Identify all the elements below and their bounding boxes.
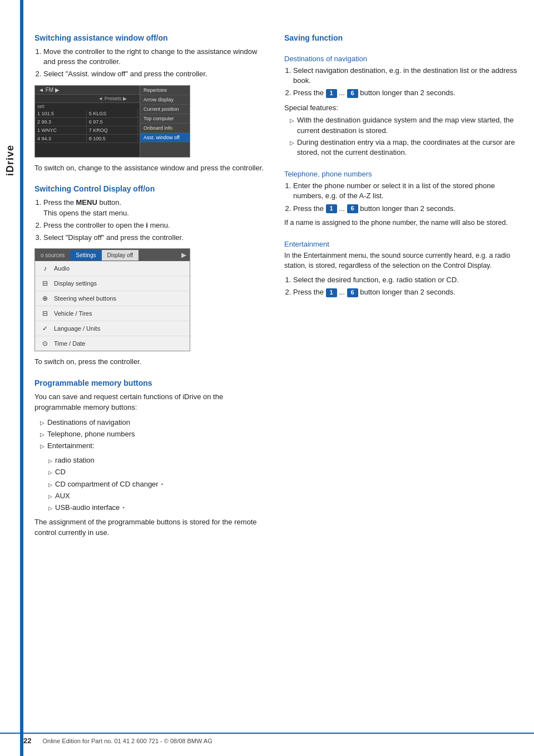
section-gap <box>34 372 268 379</box>
bullet-item: Telephone, phone numbers <box>40 429 268 439</box>
destinations-special-bullets: With the destination guidance system and… <box>284 115 517 158</box>
menu-row-language: ✓ Language / Units <box>35 321 190 336</box>
step-item: Press the 1 ... 6 button longer than 2 s… <box>293 204 517 214</box>
section-entertainment: Entertainment In the Entertainment menu,… <box>284 240 517 297</box>
left-column: Switching assistance window off/on Move … <box>34 33 268 734</box>
special-features-label: Special features: <box>284 103 517 114</box>
programmable-bullets-main: Destinations of navigation Telephone, ph… <box>34 418 268 451</box>
button-1-ent: 1 <box>326 288 337 297</box>
heading-switching-display: Switching Control Display off/on <box>34 184 268 193</box>
bullet-item: AUX <box>48 491 268 501</box>
sub-gap <box>284 162 517 165</box>
menu-row-audio: ♪ Audio <box>35 261 190 276</box>
programmable-note: The assignment of the programmable butto… <box>34 517 268 538</box>
button-6-tel: 6 <box>347 204 358 213</box>
display-icon: ⊟ <box>41 279 50 288</box>
step-item: Press the controller to open the i menu. <box>43 220 268 230</box>
bullet-item: CD <box>48 467 268 477</box>
menu-label-time: Time / Date <box>54 340 85 347</box>
radio-context-menu: Repertoire Arrow display Current positio… <box>140 86 190 157</box>
steps-switching-display: Press the MENU button.This opens the sta… <box>34 198 268 243</box>
audio-icon: ♪ <box>41 264 50 273</box>
step-item: Select "Display off" and press the contr… <box>43 233 268 243</box>
menu-label-vehicle: Vehicle / Tires <box>54 310 92 317</box>
page-number: 22 <box>23 737 31 745</box>
menu-item: Arrow display <box>140 95 190 105</box>
button-6-ent: 6 <box>347 288 358 297</box>
telephone-note: If a name is assigned to the phone numbe… <box>284 218 517 228</box>
step-item: Enter the phone number or select it in a… <box>293 181 517 201</box>
tab-display-off: Display off <box>102 250 139 261</box>
vehicle-icon: ⊟ <box>41 309 50 318</box>
note-switching-display: To switch on, press the controller. <box>34 357 268 367</box>
programmable-intro: You can save and request certain functio… <box>34 392 268 413</box>
tab-sources: o sources <box>35 250 70 261</box>
bullet-item: Destinations of navigation <box>40 418 268 428</box>
menu-row-vehicle: ⊟ Vehicle / Tires <box>35 306 190 321</box>
note-switching-assist: To switch on, change to the assistance w… <box>34 163 268 174</box>
steps-switching-assist: Move the controller to the right to chan… <box>34 47 268 80</box>
menu-label-steering: Steering wheel buttons <box>54 295 116 302</box>
step-item: Select the desired function, e.g. radio … <box>293 275 517 285</box>
sub-gap <box>284 47 517 50</box>
subheading-telephone: Telephone, phone numbers <box>284 170 517 178</box>
radio-cell: 8 100.5 <box>87 135 139 143</box>
steering-icon: ⊕ <box>41 294 50 303</box>
bullet-item: CD compartment of CD changer* <box>48 479 268 489</box>
bullet-item: During destination entry via a map, the … <box>290 138 517 158</box>
section-destinations: Destinations of navigation Select naviga… <box>284 55 517 158</box>
side-tab-label: iDrive <box>4 145 16 176</box>
subheading-destinations: Destinations of navigation <box>284 55 517 63</box>
footer-text: Online Edition for Part no. 01 41 2 600 … <box>42 738 212 744</box>
radio-fm-label: ◄ FM ▶ <box>38 87 60 93</box>
settings-screenshot: o sources Settings Display off ▶ ♪ Audio… <box>34 248 190 351</box>
section-switching-display: Switching Control Display off/on Press t… <box>34 184 268 367</box>
bullet-item: USB-audio interface* <box>48 503 268 513</box>
section-telephone: Telephone, phone numbers Enter the phone… <box>284 170 517 228</box>
menu-item: Top computer <box>140 114 190 124</box>
menu-row-display: ⊟ Display settings <box>35 276 190 291</box>
section-gap <box>34 178 268 184</box>
steps-entertainment: Select the desired function, e.g. radio … <box>284 275 517 297</box>
menu-label-language: Language / Units <box>54 325 100 332</box>
entertainment-intro: In the Entertainment menu, the sound sou… <box>284 251 517 271</box>
step-item: Press the MENU button.This opens the sta… <box>43 198 268 218</box>
menu-item-selected: Asst. window off <box>140 133 190 143</box>
button-6: 6 <box>347 89 358 98</box>
programmable-bullets-sub: radio station CD CD compartment of CD ch… <box>34 455 268 513</box>
section-switching-assist: Switching assistance window off/on Move … <box>34 33 268 173</box>
bullet-item: Entertainment: <box>40 441 268 451</box>
settings-tabs-bar: o sources Settings Display off ▶ <box>35 249 190 261</box>
section-programmable: Programmable memory buttons You can save… <box>34 379 268 538</box>
step-item: Move the controller to the right to chan… <box>43 47 268 67</box>
subheading-entertainment: Entertainment <box>284 240 517 248</box>
radio-screenshot: ◄ FM ▶ ▲ ◄ Presets ▶ set: 1 101.5 5 KLGS… <box>34 85 190 158</box>
radio-cell: 4 94.3 <box>35 135 87 143</box>
i-symbol: i <box>146 221 148 229</box>
menu-label-audio: Audio <box>54 265 70 272</box>
step-item: Select navigation destination, e.g. in t… <box>293 66 517 86</box>
button-1-tel: 1 <box>326 204 337 213</box>
menu-item: Repertoire <box>140 86 190 95</box>
radio-screenshot-inner: ◄ FM ▶ ▲ ◄ Presets ▶ set: 1 101.5 5 KLGS… <box>35 86 190 157</box>
radio-cell: 5 KLGS <box>87 110 139 117</box>
step-item: Select "Assist. window off" and press th… <box>43 69 268 79</box>
heading-switching-assist: Switching assistance window off/on <box>34 33 268 42</box>
footer: 22 Online Edition for Part no. 01 41 2 6… <box>0 733 534 745</box>
menu-row-steering: ⊕ Steering wheel buttons <box>35 291 190 306</box>
language-icon: ✓ <box>41 324 50 333</box>
menu-label-display: Display settings <box>54 280 97 287</box>
time-icon: ⊙ <box>41 339 50 348</box>
menu-item: Current position <box>140 105 190 114</box>
radio-main-area: 1 101.5 5 KLGS 9 2 99.3 6 97.5 <box>35 110 190 157</box>
menu-row-time: ⊙ Time / Date <box>35 336 190 351</box>
sub-gap <box>284 232 517 235</box>
menu-item: Onboard info <box>140 124 190 133</box>
main-content: Switching assistance window off/on Move … <box>23 0 534 756</box>
button-1: 1 <box>326 89 337 98</box>
bullet-item: With the destination guidance system and… <box>290 115 517 135</box>
step-item: Press the 1 ... 6 button longer than 2 s… <box>293 287 517 297</box>
settings-menu: ♪ Audio ⊟ Display settings ⊕ Steering wh… <box>35 261 190 351</box>
heading-programmable: Programmable memory buttons <box>34 379 268 387</box>
bullet-item: radio station <box>48 455 268 465</box>
